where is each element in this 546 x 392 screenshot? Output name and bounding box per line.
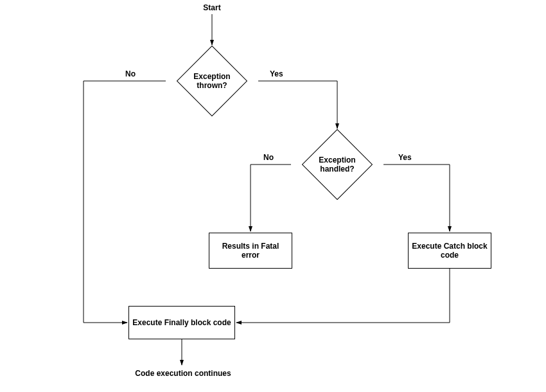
- decision2-yes-label: Yes: [398, 153, 412, 162]
- box-execute-catch: Execute Catch block code: [408, 233, 491, 269]
- box-fatal-error-text: Results in Fatal error: [212, 242, 289, 260]
- continue-label: Code execution continues: [128, 369, 238, 378]
- connector-lines: [0, 0, 546, 392]
- box-execute-catch-text: Execute Catch block code: [411, 242, 488, 260]
- decision2-no-label: No: [263, 153, 274, 162]
- start-label: Start: [199, 3, 225, 12]
- box-fatal-error: Results in Fatal error: [209, 233, 292, 269]
- box-execute-finally-text: Execute Finally block code: [132, 318, 231, 327]
- box-execute-finally: Execute Finally block code: [128, 306, 235, 339]
- decision1-no-label: No: [125, 69, 136, 78]
- decision1-yes-label: Yes: [270, 69, 283, 78]
